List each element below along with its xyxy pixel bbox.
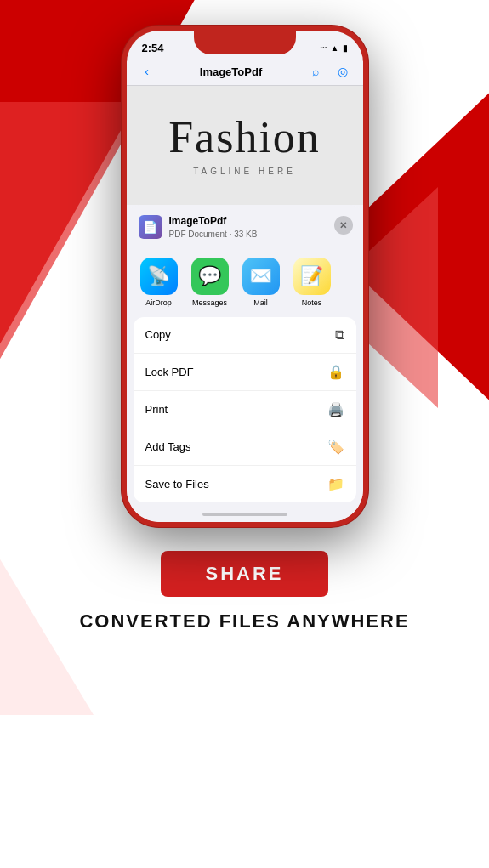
share-sheet-app-icon: 📄: [139, 215, 162, 239]
status-time: 2:54: [142, 42, 164, 54]
airdrop-icon: 📡: [140, 258, 178, 295]
bottom-section: SHARE CONVERTED FILES ANYWHERE: [79, 551, 409, 633]
share-sheet-info: ImageToPdf PDF Document · 33 KB: [169, 215, 258, 240]
action-item-add-tags[interactable]: Add Tags 🏷️: [134, 428, 356, 466]
home-indicator: [127, 506, 363, 522]
action-item-save-to-files[interactable]: Save to Files 📁: [134, 466, 356, 502]
share-sheet-subtitle: PDF Document · 33 KB: [169, 229, 258, 240]
nav-title: ImageToPdf: [200, 65, 262, 78]
share-icon-mail[interactable]: ✉️ Mail: [237, 258, 285, 307]
action-list: Copy ⧉ Lock PDF 🔒 Print 🖨️ Add Tags: [134, 317, 356, 502]
share-button[interactable]: SHARE: [161, 551, 327, 597]
print-label: Print: [145, 403, 168, 416]
mail-icon: ✉️: [242, 258, 280, 295]
phone-outer: 2:54 ··· ▲ ▮ ‹ ImageToPdf ⌕ ◎: [122, 26, 368, 527]
action-item-print[interactable]: Print 🖨️: [134, 391, 356, 428]
lock-icon: 🔒: [327, 364, 344, 380]
airdrop-label: AirDrop: [145, 298, 172, 307]
messages-icon: 💬: [191, 258, 229, 295]
app-content: Fashion TAGLINE HERE: [127, 86, 363, 205]
page: 2:54 ··· ▲ ▮ ‹ ImageToPdf ⌕ ◎: [0, 0, 489, 868]
add-tags-label: Add Tags: [145, 440, 191, 453]
bottom-tagline: CONVERTED FILES ANYWHERE: [79, 610, 409, 633]
copy-label: Copy: [145, 328, 171, 341]
share-icon-notes[interactable]: 📝 Notes: [288, 258, 336, 307]
folder-icon: 📁: [327, 476, 344, 492]
back-icon[interactable]: ‹: [137, 65, 157, 78]
more-icon: ···: [320, 43, 327, 53]
status-icons: ··· ▲ ▮: [320, 43, 347, 53]
search-icon[interactable]: ⌕: [305, 65, 326, 78]
save-to-files-label: Save to Files: [145, 478, 209, 491]
messages-label: Messages: [192, 298, 227, 307]
app-tagline: TAGLINE HERE: [193, 167, 296, 176]
mail-label: Mail: [253, 298, 268, 307]
tag-icon: 🏷️: [327, 439, 344, 455]
phone-notch: [194, 31, 296, 54]
phone-mockup: 2:54 ··· ▲ ▮ ‹ ImageToPdf ⌕ ◎: [122, 26, 368, 527]
share-icon-airdrop[interactable]: 📡 AirDrop: [135, 258, 183, 307]
action-item-lock-pdf[interactable]: Lock PDF 🔒: [134, 354, 356, 391]
profile-icon[interactable]: ◎: [333, 65, 353, 78]
app-icon-emoji: 📄: [143, 220, 157, 234]
notes-icon: 📝: [293, 258, 331, 295]
close-button[interactable]: ✕: [334, 216, 353, 235]
home-bar: [202, 513, 287, 516]
printer-icon: 🖨️: [327, 401, 344, 417]
share-icon-messages[interactable]: 💬 Messages: [186, 258, 234, 307]
copy-icon: ⧉: [335, 327, 344, 343]
phone-inner: 2:54 ··· ▲ ▮ ‹ ImageToPdf ⌕ ◎: [127, 31, 363, 522]
app-main-title: Fashion: [168, 116, 321, 160]
nav-bar: ‹ ImageToPdf ⌕ ◎: [127, 61, 363, 86]
share-icons-row: 📡 AirDrop 💬 Messages ✉️ Mail 📝: [127, 247, 363, 314]
share-sheet-header: 📄 ImageToPdf PDF Document · 33 KB ✕: [127, 205, 363, 247]
action-item-copy[interactable]: Copy ⧉: [134, 317, 356, 354]
lock-pdf-label: Lock PDF: [145, 366, 194, 378]
notes-label: Notes: [302, 298, 322, 307]
battery-icon: ▮: [343, 43, 348, 53]
wifi-icon: ▲: [331, 43, 339, 53]
share-sheet-title: ImageToPdf: [169, 215, 258, 229]
share-sheet: 📄 ImageToPdf PDF Document · 33 KB ✕: [127, 205, 363, 522]
